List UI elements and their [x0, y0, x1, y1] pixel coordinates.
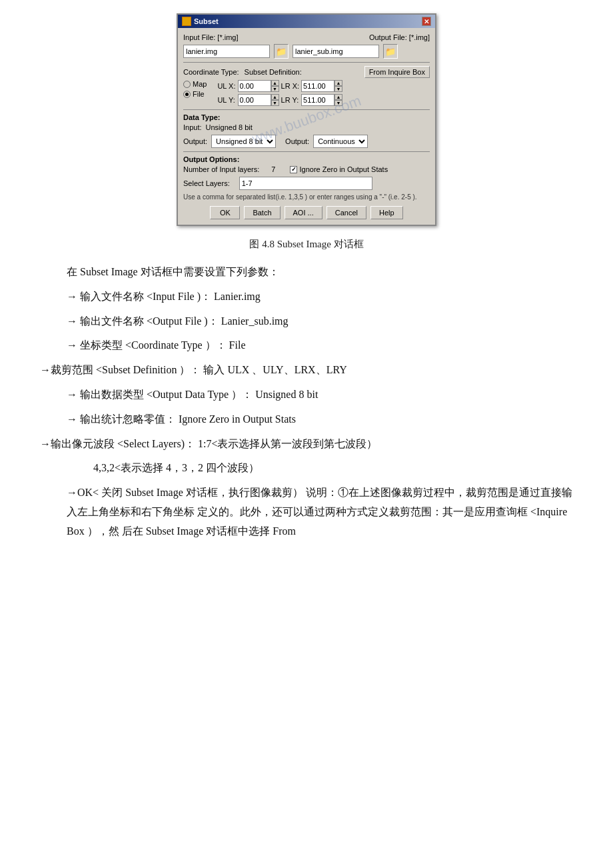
- subset-definition-label: Subset Definition:: [245, 68, 302, 76]
- input-dt-value: Unsigned 8 bit: [206, 123, 253, 131]
- input-file-field[interactable]: [183, 45, 270, 58]
- output-dt-dropdown[interactable]: Unsigned 8 bit: [211, 135, 276, 148]
- titlebar-left: Subset: [182, 17, 219, 26]
- map-radio-label: Map: [193, 80, 207, 88]
- para-param9: →OK< 关闭 Subset Image 对话框，执行图像裁剪） 说明：①在上述…: [67, 483, 573, 541]
- lry-spinbox[interactable]: ▲ ▼: [301, 94, 342, 106]
- output2-dt-label: Output:: [285, 137, 309, 145]
- lrx-input[interactable]: [301, 80, 334, 92]
- input-file-label: Input File: [*.img]: [183, 33, 239, 41]
- output2-dt-dropdown[interactable]: Continuous: [313, 135, 368, 148]
- file-inputs-row: 📁 📁: [183, 44, 430, 59]
- ignore-zero-row[interactable]: ✓ Ignore Zero in Output Stats: [290, 165, 388, 173]
- coordinate-type-label: Coordinate Type:: [183, 68, 239, 76]
- uly-spin-btns: ▲ ▼: [271, 94, 279, 106]
- num-layers-value: 7: [271, 165, 275, 173]
- map-radio[interactable]: [183, 81, 191, 88]
- output-options-label: Output Options:: [183, 155, 430, 163]
- subset-dialog: Subset ✕ Input File: [*.img] Output File…: [177, 13, 436, 226]
- para-param4: →裁剪范围 <Subset Definition ）： 输入 ULX 、ULY、…: [40, 361, 573, 380]
- coordinate-type-radios: Map File: [183, 80, 207, 98]
- lry-spin-btns: ▲ ▼: [334, 94, 342, 106]
- lry-down[interactable]: ▼: [334, 100, 342, 106]
- dialog-icon: [182, 17, 191, 26]
- lry-up[interactable]: ▲: [334, 94, 342, 100]
- ok-button[interactable]: OK: [210, 206, 240, 219]
- lrx-spin-btns: ▲ ▼: [334, 80, 342, 92]
- para-param5: → 输出数据类型 <Output Data Type ）： Unsigned 8…: [67, 385, 573, 405]
- dialog-buttons: OK Batch AOI ... Cancel Help: [183, 206, 430, 219]
- para-param8: 4,3,2<表示选择 4，3，2 四个波段）: [93, 459, 573, 478]
- watermark: www.buubox.com: [250, 92, 364, 147]
- hint-text: Use a comma for separated list(i.e. 1,3,…: [183, 193, 430, 201]
- lry-input[interactable]: [301, 94, 334, 106]
- para-param7: →输出像元波段 <Select Layers)： 1:7<表示选择从第一波段到第…: [40, 435, 573, 454]
- para-intro: 在 Subset Image 对话框中需要设置下列参数：: [67, 263, 573, 282]
- lrx-up[interactable]: ▲: [334, 80, 342, 86]
- ulx-spinbox[interactable]: ▲ ▼: [238, 80, 279, 92]
- uly-down[interactable]: ▼: [271, 100, 279, 106]
- para-param2: → 输出文件名称 <Output File )： Lanier_sub.img: [67, 312, 573, 331]
- lry-label: LR Y:: [281, 96, 300, 104]
- ignore-zero-checkbox[interactable]: ✓: [290, 166, 297, 173]
- file-radio-label: File: [193, 90, 205, 98]
- dialog-close-button[interactable]: ✕: [422, 17, 431, 26]
- dialog-title: Subset: [194, 17, 219, 25]
- batch-button[interactable]: Batch: [244, 206, 280, 219]
- select-layers-input[interactable]: [239, 177, 372, 190]
- num-layers-label: Number of Input layers:: [183, 165, 259, 173]
- dialog-titlebar: Subset ✕: [178, 15, 435, 28]
- cancel-button[interactable]: Cancel: [326, 206, 366, 219]
- lrx-spinbox[interactable]: ▲ ▼: [301, 80, 342, 92]
- output-file-label: Output File: [*.img]: [369, 33, 430, 41]
- map-radio-row[interactable]: Map: [183, 80, 207, 88]
- uly-up[interactable]: ▲: [271, 94, 279, 100]
- uly-label: UL Y:: [217, 96, 235, 104]
- from-inquire-button[interactable]: From Inquire Box: [364, 66, 430, 78]
- ulx-down[interactable]: ▼: [271, 86, 279, 92]
- ulx-label: UL X:: [217, 82, 235, 90]
- aoi-button[interactable]: AOI ...: [285, 206, 322, 219]
- num-layers-row: Number of Input layers: 7 ✓ Ignore Zero …: [183, 165, 430, 173]
- ulx-input[interactable]: [238, 80, 271, 92]
- file-radio-row[interactable]: File: [183, 90, 207, 98]
- ulx-up[interactable]: ▲: [271, 80, 279, 86]
- dialog-body: Input File: [*.img] Output File: [*.img]…: [178, 28, 435, 225]
- para-param3: → 坐标类型 <Coordinate Type ）： File: [67, 336, 573, 355]
- file-radio[interactable]: [183, 91, 191, 98]
- figure-caption: 图 4.8 Subset Image 对话框: [40, 238, 573, 251]
- ulx-spin-btns: ▲ ▼: [271, 80, 279, 92]
- help-button[interactable]: Help: [370, 206, 403, 219]
- lrx-down[interactable]: ▼: [334, 86, 342, 92]
- input-browse-button[interactable]: 📁: [274, 44, 289, 59]
- select-layers-row: Select Layers:: [183, 177, 430, 190]
- select-layers-label: Select Layers:: [183, 179, 230, 187]
- input-data-type-row: Input: Unsigned 8 bit: [183, 123, 430, 131]
- uly-spinbox[interactable]: ▲ ▼: [238, 94, 279, 106]
- lrx-label: LR X:: [281, 82, 300, 90]
- para-param1: → 输入文件名称 <Input File )： Lanier.img: [67, 287, 573, 307]
- output-data-type-row: Output: Unsigned 8 bit Output: Continuou…: [183, 135, 430, 148]
- para-param6: → 输出统计忽略零值： Ignore Zero in Output Stats: [67, 410, 573, 429]
- output-dt-label: Output:: [183, 137, 207, 145]
- input-dt-label: Input:: [183, 123, 202, 131]
- data-type-section-label: Data Type:: [183, 113, 430, 121]
- uly-input[interactable]: [238, 94, 271, 106]
- output-browse-button[interactable]: 📁: [383, 44, 398, 59]
- dialog-screenshot-container: www.buubox.com Subset ✕ Input File: [*.i…: [40, 13, 573, 226]
- output-file-field[interactable]: [293, 45, 379, 58]
- ignore-zero-label: Ignore Zero in Output Stats: [299, 165, 388, 173]
